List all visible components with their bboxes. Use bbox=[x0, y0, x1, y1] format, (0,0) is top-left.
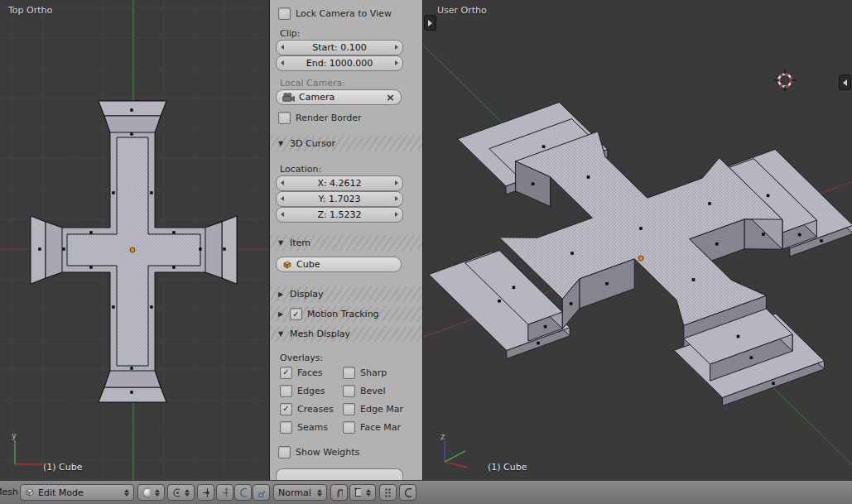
axis-letter-z: z bbox=[440, 432, 445, 441]
panel-header-label: Motion Tracking bbox=[307, 309, 379, 319]
clipped-widget-sliver bbox=[276, 468, 403, 480]
clip-label: Clip: bbox=[280, 28, 300, 39]
viewport-label: User Ortho bbox=[437, 5, 487, 16]
clip-start-field[interactable]: Start: 0.100 bbox=[276, 40, 403, 55]
panel-header-3d-cursor[interactable]: ▼ 3D Cursor bbox=[270, 136, 423, 151]
clip-end-value: End: 1000.000 bbox=[306, 58, 373, 69]
stepper-right-arrow-icon[interactable] bbox=[395, 45, 398, 50]
edges-checkbox[interactable] bbox=[280, 385, 292, 397]
clear-camera-icon[interactable]: × bbox=[386, 92, 395, 103]
panel-header-motion-tracking[interactable]: ▶ ✓ Motion Tracking bbox=[270, 306, 423, 322]
dropdown-arrows-icon bbox=[185, 489, 190, 497]
arrow-left-icon bbox=[843, 79, 847, 86]
panel-header-item[interactable]: ▼ Item bbox=[270, 235, 423, 251]
face-marks-checkbox[interactable] bbox=[343, 421, 355, 434]
toolshelf-open-tab[interactable] bbox=[424, 15, 436, 31]
cursor-z-value: Z: 1.5232 bbox=[317, 209, 361, 220]
rotate-manipulator-toggle[interactable] bbox=[234, 484, 252, 501]
clip-start-value: Start: 0.100 bbox=[312, 42, 367, 53]
viewport-canvas-user[interactable] bbox=[423, 0, 852, 480]
motion-tracking-checkbox[interactable]: ✓ bbox=[290, 308, 302, 320]
magnet-icon bbox=[335, 487, 343, 498]
stepper-right-arrow-icon[interactable] bbox=[395, 60, 398, 65]
panel-header-display[interactable]: ▶ Display bbox=[270, 286, 423, 302]
stepper-right-arrow-icon[interactable] bbox=[395, 212, 398, 217]
location-label: Location: bbox=[280, 164, 321, 175]
edges-label: Edges bbox=[297, 386, 325, 396]
stepper-left-arrow-icon[interactable] bbox=[281, 212, 284, 217]
cursor-x-value: X: 4.2612 bbox=[317, 178, 361, 189]
overlay-edge-marks-row: Edge Mar bbox=[343, 402, 417, 415]
creases-checkbox[interactable]: ✓ bbox=[280, 403, 292, 415]
local-camera-label-row: Local Camera: bbox=[280, 76, 416, 89]
snap-toggle[interactable] bbox=[330, 484, 348, 501]
show-weights-checkbox[interactable] bbox=[278, 446, 291, 458]
increment-snap-button[interactable] bbox=[379, 484, 397, 501]
scale-manipulator-toggle[interactable] bbox=[253, 484, 270, 501]
3d-cursor[interactable] bbox=[774, 70, 796, 91]
viewport-header-bar: Mesh Edit Mode bbox=[0, 480, 852, 504]
lock-camera-row: Lock Camera to View bbox=[278, 7, 416, 20]
sharp-checkbox[interactable] bbox=[343, 367, 355, 379]
dropdown-arrows-icon bbox=[366, 489, 371, 497]
viewport-canvas-top[interactable] bbox=[0, 0, 269, 480]
creases-label: Creases bbox=[297, 404, 334, 415]
bevel-checkbox[interactable] bbox=[343, 385, 355, 397]
pivot-point-icon bbox=[172, 487, 180, 498]
camera-id-field[interactable]: Camera × bbox=[276, 89, 402, 105]
object-name-field[interactable]: Cube bbox=[276, 257, 402, 272]
translate-manipulator-toggle[interactable] bbox=[216, 484, 233, 501]
arrow-right-icon bbox=[428, 20, 432, 26]
stepper-left-arrow-icon[interactable] bbox=[281, 45, 284, 50]
grid-dots-icon bbox=[384, 487, 392, 498]
faces-checkbox[interactable]: ✓ bbox=[280, 367, 292, 379]
edit-mode-icon bbox=[25, 487, 35, 497]
stepper-left-arrow-icon[interactable] bbox=[281, 180, 284, 185]
overlays-label-row: Overlays: bbox=[280, 351, 416, 364]
object-name-value: Cube bbox=[296, 259, 320, 270]
mode-dropdown[interactable]: Edit Mode bbox=[20, 484, 134, 501]
overlay-seams-row: Seams bbox=[280, 420, 339, 434]
cursor-y-value: Y: 1.7023 bbox=[319, 194, 361, 204]
stepper-left-arrow-icon[interactable] bbox=[281, 196, 284, 201]
overlay-sharp-row: Sharp bbox=[343, 366, 417, 379]
bevel-label: Bevel bbox=[360, 386, 386, 396]
overlays-label: Overlays: bbox=[280, 353, 323, 363]
pivot-align-icon bbox=[202, 487, 209, 498]
seams-checkbox[interactable] bbox=[280, 421, 292, 434]
scale-manipulator-icon bbox=[258, 487, 265, 498]
expand-triangle-icon: ▼ bbox=[277, 239, 285, 247]
edge-marks-checkbox[interactable] bbox=[343, 403, 355, 415]
cursor-z-field[interactable]: Z: 1.5232 bbox=[276, 207, 403, 223]
camera-name: Camera bbox=[299, 92, 335, 103]
orientation-dropdown[interactable]: Normal bbox=[273, 484, 327, 501]
panel-header-mesh-display[interactable]: ▼ Mesh Display bbox=[270, 326, 423, 342]
face-marks-label: Face Mar bbox=[360, 422, 401, 433]
faces-label: Faces bbox=[297, 367, 323, 378]
render-border-checkbox[interactable] bbox=[278, 112, 291, 124]
translate-manipulator-icon bbox=[221, 487, 229, 498]
object-origin-dot bbox=[130, 247, 135, 252]
stepper-right-arrow-icon[interactable] bbox=[395, 180, 398, 185]
expand-triangle-icon: ▼ bbox=[277, 330, 285, 338]
orientation-label: Normal bbox=[278, 487, 311, 498]
snap-element-dropdown[interactable] bbox=[349, 484, 376, 501]
seams-label: Seams bbox=[297, 422, 328, 433]
show-weights-label: Show Weights bbox=[296, 447, 359, 458]
viewport-user-ortho: User Ortho z (1) Cube bbox=[422, 0, 852, 480]
lock-camera-checkbox[interactable] bbox=[278, 7, 291, 20]
cursor-x-field[interactable]: X: 4.2612 bbox=[276, 175, 403, 191]
pivot-point-dropdown[interactable] bbox=[167, 484, 195, 501]
properties-open-tab[interactable] bbox=[839, 74, 851, 90]
clip-end-field[interactable]: End: 1000.000 bbox=[276, 55, 403, 71]
pivot-align-toggle[interactable] bbox=[197, 484, 214, 501]
blender-window: Top Ortho y (1) Cube Lock Camera to View… bbox=[0, 0, 852, 504]
lock-camera-label: Lock Camera to View bbox=[296, 8, 392, 19]
stepper-left-arrow-icon[interactable] bbox=[281, 60, 284, 65]
cursor-y-field[interactable]: Y: 1.7023 bbox=[276, 191, 403, 207]
object-info-text: (1) Cube bbox=[488, 462, 527, 473]
proportional-editing-button[interactable] bbox=[399, 484, 416, 501]
mesh-menu[interactable]: Mesh bbox=[0, 487, 18, 497]
stepper-right-arrow-icon[interactable] bbox=[395, 196, 398, 201]
viewport-shading-dropdown[interactable] bbox=[137, 484, 165, 501]
